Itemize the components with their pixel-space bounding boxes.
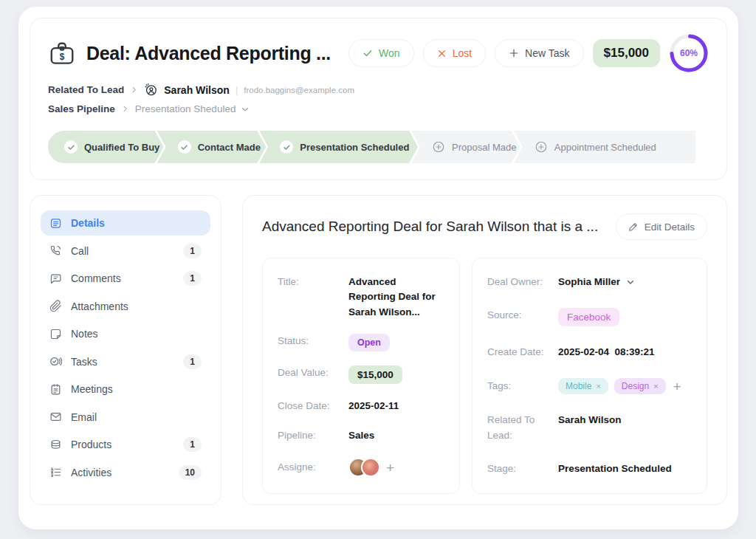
field-label: Close Date: <box>278 399 348 414</box>
stage-appointment-scheduled[interactable]: Appointment Scheduled <box>514 131 695 163</box>
stage-plus-icon <box>535 140 548 154</box>
remove-tag-icon[interactable]: × <box>596 382 600 391</box>
sidebar-item-activities[interactable]: Activities 10 <box>41 460 210 485</box>
won-button[interactable]: Won <box>348 39 414 67</box>
breadcrumb-pipeline: Sales Pipeline Presentation Sheduled <box>48 103 709 114</box>
sidebar-item-comments[interactable]: Comments 1 <box>41 266 210 291</box>
new-task-button[interactable]: New Task <box>495 39 583 67</box>
x-icon <box>437 49 447 58</box>
lost-button[interactable]: Lost <box>423 39 486 67</box>
check-icon <box>362 48 373 58</box>
field-label: Tags: <box>487 379 558 394</box>
tags-row: Tags: Mobile × Design × + <box>487 378 692 394</box>
count-badge: 10 <box>179 465 202 480</box>
sidebar-item-tasks[interactable]: Tasks 1 <box>41 349 210 374</box>
deal-owner-select[interactable]: Sophia Miller <box>558 275 635 289</box>
remove-tag-icon[interactable]: × <box>653 382 658 391</box>
sidebar-item-label: Comments <box>71 272 121 284</box>
field-label: Deal Value: <box>278 365 348 381</box>
status-badge: Open <box>348 334 390 351</box>
sidebar-item-label: Call <box>71 245 89 257</box>
sidebar-item-meetings[interactable]: Meetings <box>41 377 210 402</box>
add-assignee-button[interactable]: + <box>386 461 394 475</box>
sidebar-item-details[interactable]: Details <box>41 210 210 236</box>
count-badge: 1 <box>183 271 202 286</box>
details-icon <box>49 217 62 230</box>
stage-label: Contact Made <box>198 142 261 153</box>
stage-qualified-to-buy[interactable]: Qualified To Buy <box>48 131 164 163</box>
deal-title: Advanced Reporting Deal for Sarah Wilson… <box>262 219 598 235</box>
stage-label: Qualified To Buy <box>84 142 159 153</box>
briefcase-icon: $ <box>48 40 76 66</box>
close-date-row: Close Date: 2025-02-11 <box>278 399 444 414</box>
sidebar-item-label: Attachments <box>71 301 128 312</box>
count-badge: 1 <box>183 244 202 258</box>
chevron-down-icon <box>626 278 635 286</box>
sidebar-item-label: Products <box>71 439 111 450</box>
deal-header-card: $ Deal: Advanced Reporting ... Won Lost <box>30 18 727 180</box>
related-lead-row: Related To Lead: Sarah Wilson <box>487 413 692 444</box>
stage-select-value: Presentation Sheduled <box>135 103 236 114</box>
assignee-row: Assigne: + <box>278 458 444 477</box>
pipeline-stage-bar: Qualified To Buy Contact Made Presentati… <box>48 131 709 163</box>
stage-proposal-made[interactable]: Proposal Made <box>411 131 520 163</box>
note-icon <box>49 328 62 340</box>
field-label: Related To Lead: <box>487 413 558 444</box>
stage-contact-made[interactable]: Contact Made <box>157 131 267 163</box>
sidebar-item-label: Activities <box>71 467 111 478</box>
lead-name-link[interactable]: Sarah Wilson <box>164 84 230 96</box>
stage-row: Stage: Presentation Scheduled <box>487 461 692 477</box>
deal-sidebar: Details Call 1 Comments 1 Attac <box>30 195 221 505</box>
stage-check-icon <box>178 140 191 154</box>
field-label: Create Date: <box>487 345 558 360</box>
plus-icon <box>509 48 519 58</box>
chevron-right-icon <box>130 86 138 94</box>
deal-info-card: Title: Advanced Reporting Deal for Sarah… <box>262 258 460 494</box>
add-tag-button[interactable]: + <box>673 380 681 394</box>
stage-presentation-scheduled[interactable]: Presentation Scheduled <box>259 131 418 163</box>
field-label: Source: <box>487 308 558 323</box>
stage-label: Proposal Made <box>452 142 516 153</box>
pipeline-value: Sales <box>348 428 374 443</box>
stage-check-icon <box>64 140 78 154</box>
tag-design: Design × <box>614 378 666 394</box>
field-label: Assigne: <box>278 460 348 476</box>
sidebar-item-label: Meetings <box>71 383 113 395</box>
deal-page: $ Deal: Advanced Reporting ... Won Lost <box>18 7 738 529</box>
stage-label: Presentation Scheduled <box>300 142 409 153</box>
pipeline-name-link[interactable]: Sales Pipeline <box>48 103 115 114</box>
chevron-right-icon <box>121 105 129 113</box>
task-check-icon <box>49 355 62 368</box>
page-title: Deal: Advanced Reporting ... <box>86 43 331 64</box>
owner-row: Deal Owner: Sophia Miller <box>487 275 692 290</box>
sidebar-item-email[interactable]: Email <box>41 405 210 430</box>
related-lead-value: Sarah Wilson <box>558 413 621 428</box>
sidebar-item-attachments[interactable]: Attachments <box>41 294 210 319</box>
sidebar-item-notes[interactable]: Notes <box>41 321 210 346</box>
edit-details-button[interactable]: Edit Details <box>616 213 707 240</box>
tag-label: Mobile <box>566 381 591 391</box>
stage-select[interactable]: Presentation Sheduled <box>135 103 250 114</box>
comment-icon <box>49 272 62 285</box>
new-task-label: New Task <box>525 47 569 59</box>
sidebar-item-label: Details <box>71 217 105 229</box>
deal-meta-card: Deal Owner: Sophia Miller Source: Facebo… <box>472 258 707 494</box>
sidebar-item-label: Tasks <box>71 356 97 368</box>
source-badge: Facebook <box>558 308 619 326</box>
pencil-icon <box>628 222 639 232</box>
meeting-clipboard-icon <box>49 383 62 396</box>
divider: | <box>236 84 238 95</box>
edit-details-label: Edit Details <box>645 222 695 233</box>
deal-value-badge: $15,000 <box>348 365 402 384</box>
field-label: Status: <box>278 334 348 349</box>
deal-amount-badge: $15,000 <box>593 39 660 67</box>
breadcrumb-lead: Related To Lead Sarah Wilson | frodo.bag… <box>48 83 709 97</box>
sidebar-item-call[interactable]: Call 1 <box>41 238 210 264</box>
sidebar-item-products[interactable]: Products 1 <box>41 432 210 457</box>
ordered-list-icon <box>49 466 62 478</box>
chevron-down-icon <box>241 105 250 114</box>
lead-email: frodo.baggins@example.com <box>244 86 354 95</box>
create-date-value: 2025-02-04 08:39:21 <box>558 345 655 360</box>
lost-label: Lost <box>453 47 472 59</box>
count-badge: 1 <box>183 354 202 369</box>
